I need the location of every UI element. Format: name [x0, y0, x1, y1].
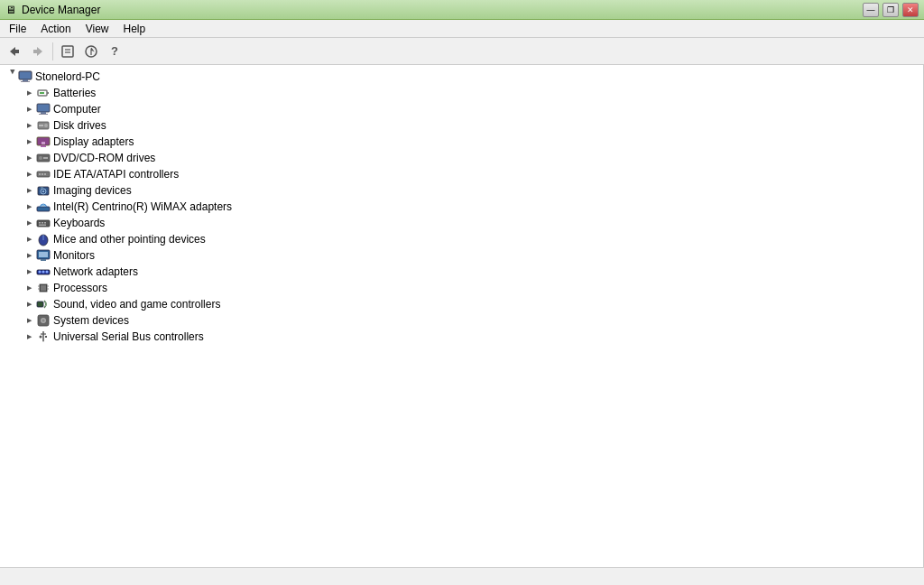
- tree-item[interactable]: Universal Serial Bus controllers: [22, 329, 919, 345]
- tree-item[interactable]: Batteries: [22, 85, 919, 101]
- device-label: Monitors: [53, 249, 95, 262]
- svg-rect-25: [43, 157, 48, 159]
- svg-rect-38: [44, 222, 46, 224]
- item-expander[interactable]: [22, 118, 36, 133]
- svg-point-32: [42, 190, 44, 192]
- device-label: Imaging devices: [53, 184, 132, 197]
- device-label: Mice and other pointing devices: [53, 233, 206, 246]
- svg-rect-10: [21, 81, 30, 82]
- item-expander[interactable]: [22, 232, 36, 246]
- menu-view[interactable]: View: [79, 21, 116, 37]
- item-expander[interactable]: [22, 200, 36, 214]
- svg-rect-28: [42, 173, 43, 175]
- properties-button[interactable]: [57, 41, 79, 62]
- tree-item[interactable]: Mice and other pointing devices: [22, 231, 919, 247]
- device-label: Processors: [53, 282, 107, 294]
- svg-rect-15: [41, 112, 46, 114]
- restore-button[interactable]: ❐: [882, 3, 899, 17]
- svg-rect-43: [39, 252, 48, 257]
- svg-rect-44: [41, 259, 46, 261]
- menu-action[interactable]: Action: [33, 21, 78, 37]
- svg-point-47: [42, 271, 45, 274]
- tree-root-item[interactable]: Stonelord-PC: [4, 69, 919, 85]
- device-label: Intel(R) Centrino(R) WiMAX adapters: [53, 200, 232, 213]
- item-expander[interactable]: [22, 167, 36, 181]
- svg-rect-3: [33, 50, 37, 53]
- device-label: Computer: [53, 103, 101, 116]
- update-driver-button[interactable]: [80, 41, 102, 62]
- device-label: IDE ATA/ATAPI controllers: [53, 168, 179, 181]
- svg-rect-22: [42, 142, 45, 144]
- svg-rect-39: [39, 225, 46, 227]
- device-icon: [36, 330, 51, 344]
- minimize-button[interactable]: —: [863, 3, 879, 17]
- svg-point-48: [46, 271, 49, 274]
- tree-item[interactable]: Sound, video and game controllers: [22, 296, 919, 312]
- item-expander[interactable]: [22, 281, 36, 295]
- device-icon: [36, 135, 51, 149]
- device-label: Sound, video and game controllers: [53, 298, 220, 311]
- item-expander[interactable]: [22, 330, 36, 344]
- svg-point-24: [39, 156, 42, 160]
- svg-marker-2: [37, 47, 42, 56]
- device-icon: [36, 281, 51, 295]
- root-expander[interactable]: [4, 70, 18, 84]
- svg-rect-37: [42, 222, 43, 224]
- svg-rect-4: [62, 46, 73, 57]
- main-content: Stonelord-PC Batteries Computer Disk dri…: [0, 65, 924, 567]
- item-expander[interactable]: [22, 151, 36, 165]
- device-label: Universal Serial Bus controllers: [53, 330, 204, 343]
- device-icon: [36, 313, 51, 328]
- tree-item[interactable]: Monitors: [22, 247, 919, 264]
- tree-item[interactable]: System devices: [22, 312, 919, 329]
- item-expander[interactable]: [22, 313, 36, 328]
- device-icon: [36, 151, 51, 165]
- item-expander[interactable]: [22, 297, 36, 311]
- tree-item[interactable]: Imaging devices: [22, 182, 919, 199]
- item-expander[interactable]: [22, 86, 36, 100]
- title-bar-title: Device Manager: [22, 4, 100, 16]
- svg-rect-50: [41, 285, 46, 291]
- tree-item[interactable]: Disk drives: [22, 117, 919, 134]
- item-expander[interactable]: [22, 135, 36, 149]
- toolbar-separator-1: [52, 42, 53, 60]
- svg-rect-36: [39, 222, 41, 224]
- menu-file[interactable]: File: [2, 21, 33, 37]
- svg-rect-33: [41, 187, 43, 189]
- device-icon: [36, 216, 51, 230]
- item-expander[interactable]: [22, 183, 36, 198]
- device-tree[interactable]: Stonelord-PC Batteries Computer Disk dri…: [0, 65, 924, 567]
- device-icon: [36, 86, 51, 100]
- status-bar: [0, 567, 924, 585]
- device-label: Disk drives: [53, 119, 106, 132]
- back-button[interactable]: [4, 41, 25, 62]
- svg-point-61: [40, 336, 42, 339]
- item-expander[interactable]: [22, 216, 36, 230]
- tree-item[interactable]: Network adapters: [22, 264, 919, 280]
- device-icon: [36, 183, 51, 198]
- forward-button[interactable]: [27, 41, 49, 62]
- item-expander[interactable]: [22, 102, 36, 116]
- tree-item[interactable]: DVD/CD-ROM drives: [22, 150, 919, 166]
- tree-item[interactable]: Intel(R) Centrino(R) WiMAX adapters: [22, 199, 919, 215]
- item-expander[interactable]: [22, 248, 36, 263]
- title-bar-icon: 🖥: [5, 4, 16, 16]
- tree-item[interactable]: IDE ATA/ATAPI controllers: [22, 166, 919, 182]
- close-button[interactable]: ✕: [902, 3, 919, 17]
- svg-marker-63: [42, 340, 44, 342]
- item-expander[interactable]: [22, 265, 36, 279]
- help-button[interactable]: ?: [104, 41, 125, 62]
- svg-point-58: [42, 320, 45, 322]
- tree-item[interactable]: Processors: [22, 280, 919, 296]
- tree-children: Batteries Computer Disk drives Display a…: [22, 85, 919, 345]
- svg-rect-27: [39, 173, 41, 175]
- device-label: Keyboards: [53, 217, 105, 229]
- root-label: Stonelord-PC: [35, 70, 100, 83]
- svg-rect-1: [15, 50, 19, 53]
- menu-help[interactable]: Help: [116, 21, 153, 37]
- tree-item[interactable]: Keyboards: [22, 215, 919, 231]
- svg-marker-0: [10, 47, 15, 56]
- tree-item[interactable]: Computer: [22, 101, 919, 117]
- title-bar: 🖥 Device Manager — ❐ ✕: [0, 0, 924, 20]
- tree-item[interactable]: Display adapters: [22, 134, 919, 150]
